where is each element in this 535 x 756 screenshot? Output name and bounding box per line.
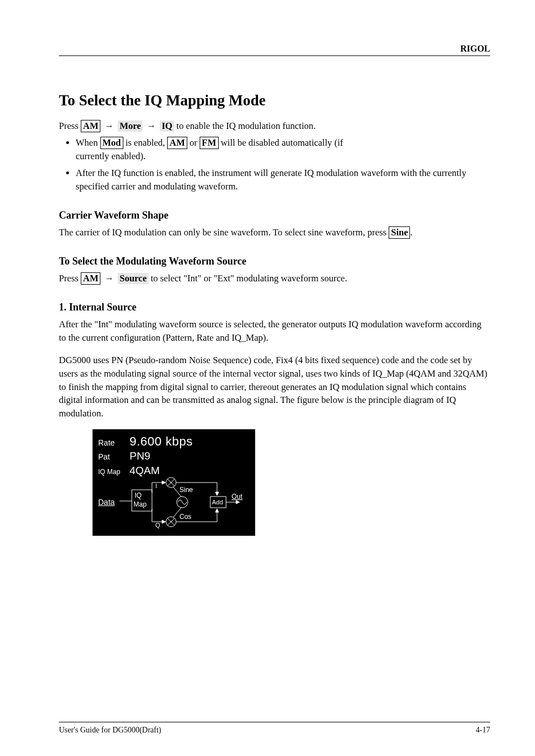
svg-marker-10 [162,520,165,523]
fm-key: FM [200,137,219,149]
intro-suffix: to enable the IQ modulation function. [177,120,316,131]
iq-block-label: IQ [135,491,142,499]
sine-label: Sine [179,486,193,494]
brand-label: RIGOL [460,44,490,54]
sine-key: Sine [389,226,410,239]
internal-heading: 1. Internal Source [59,300,490,314]
internal-p1: After the "Int" modulating waveform sour… [59,318,490,345]
footer-right: 4-17 [476,726,490,735]
svg-marker-19 [215,492,219,495]
svg-marker-22 [215,509,219,512]
section-title: To Select the IQ Mapping Mode [59,90,490,112]
q-label: Q [155,522,160,528]
bullet1-or: or [190,137,200,148]
source-softkey: Source [118,273,148,284]
iq-softkey: IQ [160,120,174,132]
list-item: When Mod is enabled, AM or FM will be di… [76,136,490,163]
intro-paragraph: Press AM → More → IQ to enable the IQ mo… [59,119,490,133]
modwave-suffix: to select "Int" or "Ext" modulating wave… [151,273,347,284]
bullet1-suf2: currently enabled). [76,151,146,161]
bullet2-text: After the IQ function is enabled, the in… [76,168,466,192]
carrier-heading: Carrier Waveform Shape [59,208,490,222]
list-item: After the IQ function is enabled, the in… [76,166,490,193]
internal-p2: DG5000 uses PN (Pseudo-random Noise Sequ… [59,354,490,421]
cos-label: Cos [179,513,191,521]
map-block-label: Map [133,500,147,508]
mod-key: Mod [100,137,123,149]
intro-prefix: Press [59,120,81,131]
carrier-text: The carrier of IQ modulation can only be… [59,227,386,238]
out-label: Out [232,493,243,500]
carrier-paragraph: The carrier of IQ modulation can only be… [59,226,490,239]
am-key-2: AM [167,137,187,149]
modwave-prefix: Press [59,273,81,284]
content-area: To Select the IQ Mapping Mode Press AM →… [59,90,490,536]
iq-diagram-svg: I Q [93,429,255,536]
modwave-heading: To Select the Modulating Waveform Source [59,254,490,268]
add-label: Add [212,499,223,505]
more-softkey: More [118,120,142,132]
svg-marker-4 [162,481,165,484]
header-rule [59,55,490,56]
am-key-3: AM [81,272,101,285]
bullet1-prefix: When [76,137,100,148]
intro-bullets: When Mod is enabled, AM or FM will be di… [59,136,490,193]
arrow-icon: → [145,120,158,131]
modwave-paragraph: Press AM → Source to select "Int" or "Ex… [59,272,490,285]
footer-left: User's Guide for DG5000(Draft) [59,726,162,735]
carrier-suffix: . [410,227,412,238]
svg-marker-25 [236,500,239,504]
arrow-icon: → [103,273,116,284]
lcd-preview: Rate 9.600 kbps Pat PN9 IQ Map 4QAM Data [93,429,255,536]
footer-rule [59,722,490,722]
arrow-icon: → [103,120,116,131]
bullet1-mid: is enabled, [126,137,168,148]
am-key: AM [81,120,101,132]
page: RIGOL To Select the IQ Mapping Mode Pres… [0,0,535,756]
i-label: I [155,483,157,489]
bullet1-suf1: will be disabled automatically (if [221,137,343,148]
